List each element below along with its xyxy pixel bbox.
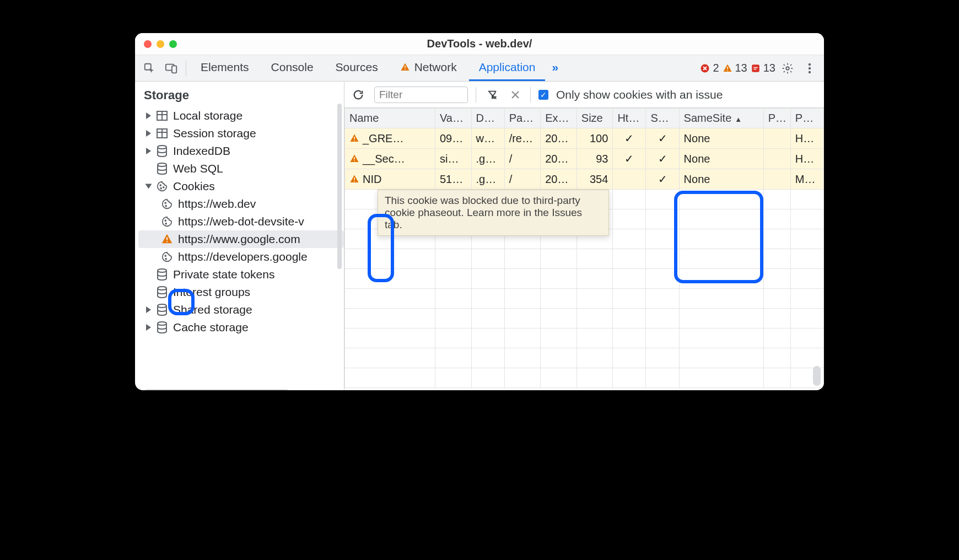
close-window-icon[interactable] [144, 40, 152, 48]
col-path[interactable]: Pa… [504, 109, 541, 128]
warning-icon [349, 174, 359, 184]
empty-row [345, 309, 824, 329]
sidebar-item-local-storage[interactable]: Local storage [138, 107, 344, 125]
tab-label: Elements [201, 61, 249, 74]
svg-rect-36 [354, 177, 355, 180]
settings-icon[interactable] [778, 58, 798, 78]
sidebar-item-shared-storage[interactable]: Shared storage [138, 301, 344, 319]
svg-rect-32 [354, 137, 355, 139]
close-icon[interactable] [508, 85, 522, 105]
tab-label: Network [414, 61, 457, 74]
tab-label: Application [479, 61, 536, 74]
label: Private state tokens [173, 268, 274, 281]
cell-httponly: ✓ [613, 128, 646, 149]
label: https://web.dev [178, 197, 256, 211]
label: Session storage [173, 127, 256, 140]
tab-console[interactable]: Console [261, 55, 324, 81]
sidebar-item-session-storage[interactable]: Session storage [138, 125, 344, 142]
refresh-icon[interactable] [350, 85, 367, 105]
label: IndexedDB [173, 144, 230, 158]
tab-elements[interactable]: Elements [191, 55, 259, 81]
svg-rect-33 [354, 140, 355, 141]
cell-size: 100 [577, 128, 613, 149]
sidebar-item-cookie-origin[interactable]: https://web-dot-devsite-v [138, 213, 344, 230]
sidebar-item-cache-storage[interactable]: Cache storage [138, 319, 344, 336]
sidebar-item-interest-groups[interactable]: Interest groups [138, 283, 344, 301]
col-domain[interactable]: D… [471, 109, 504, 128]
label: https://web-dot-devsite-v [178, 215, 304, 228]
empty-row [345, 269, 824, 289]
sidebar-scrollbar[interactable] [337, 104, 342, 269]
expand-icon [146, 148, 151, 154]
svg-point-29 [158, 287, 166, 290]
sidebar-item-private-state-tokens[interactable]: Private state tokens [138, 266, 344, 283]
sidebar-item-cookie-origin[interactable]: https://developers.google [138, 248, 344, 266]
database-icon [155, 144, 169, 158]
col-expires[interactable]: Ex… [541, 109, 577, 128]
table-row[interactable]: NID51….g…/20…354✓NoneM… [345, 169, 824, 190]
cell-domain: w… [471, 128, 504, 149]
cookie-icon [160, 250, 174, 263]
cell-name: _GRE… [345, 128, 435, 149]
svg-point-18 [160, 188, 161, 189]
expand-icon [146, 130, 151, 137]
svg-rect-6 [727, 67, 728, 69]
svg-rect-37 [354, 181, 355, 182]
col-value[interactable]: Va… [435, 109, 471, 128]
svg-point-9 [786, 67, 789, 70]
minimize-window-icon[interactable] [157, 40, 164, 48]
col-size[interactable]: Size [577, 109, 613, 128]
svg-point-19 [163, 187, 164, 188]
kebab-menu-icon[interactable] [800, 58, 820, 78]
status-counts[interactable]: 2 13 13 [700, 62, 775, 74]
col-name[interactable]: Name [345, 109, 435, 128]
label: https://developers.google [178, 250, 308, 263]
col-httponly[interactable]: Ht… [613, 109, 646, 128]
col-samesite[interactable]: SameSite▲ [679, 109, 763, 128]
maximize-window-icon[interactable] [169, 40, 177, 48]
database-icon [155, 303, 169, 316]
svg-rect-25 [166, 241, 168, 243]
sidebar-item-cookie-origin-selected[interactable]: https://www.google.com [138, 230, 344, 248]
warning-count: 13 [735, 62, 747, 74]
expand-icon [146, 306, 151, 313]
label: Cookies [173, 180, 215, 193]
clear-filter-icon[interactable] [484, 85, 500, 105]
col-secure[interactable]: Se… [646, 109, 679, 128]
tab-network[interactable]: Network [390, 55, 467, 81]
svg-point-20 [165, 202, 166, 203]
sidebar: Storage Local storage Session storage In… [135, 82, 344, 390]
inspect-element-icon[interactable] [139, 58, 159, 78]
main-scrollbar[interactable] [813, 366, 821, 386]
cell-secure: ✓ [646, 149, 679, 169]
database-icon [155, 268, 169, 281]
only-issues-checkbox[interactable]: ✓ [538, 90, 548, 100]
sidebar-heading: Storage [138, 85, 344, 107]
svg-point-27 [165, 259, 166, 260]
cell-size: 354 [577, 169, 613, 190]
cell-partition [763, 128, 790, 149]
svg-point-15 [158, 146, 166, 149]
table-row[interactable]: _GRE…09…w…/re…20…100✓✓NoneH… [345, 128, 824, 149]
svg-point-17 [160, 185, 161, 186]
device-toggle-icon[interactable] [161, 58, 181, 78]
tabs-overflow[interactable]: » [547, 55, 563, 81]
sidebar-item-websql[interactable]: Web SQL [138, 160, 344, 177]
tab-application[interactable]: Application [469, 55, 546, 81]
svg-rect-8 [752, 64, 759, 72]
cell-value: 09… [435, 128, 471, 149]
sidebar-item-indexeddb[interactable]: IndexedDB [138, 142, 344, 160]
col-partition[interactable]: P… [763, 109, 790, 128]
cell-expires: 20… [541, 128, 577, 149]
col-priority[interactable]: P… [790, 109, 823, 128]
more-icon: » [552, 61, 558, 74]
sidebar-item-cookies[interactable]: Cookies [138, 177, 344, 195]
table-row[interactable]: __Sec…si….g…/20…93✓✓NoneH… [345, 149, 824, 169]
sidebar-h-scrollbar[interactable] [145, 389, 288, 390]
empty-row [345, 329, 824, 348]
filter-input[interactable]: Filter [374, 87, 468, 103]
tab-sources[interactable]: Sources [326, 55, 388, 81]
collapse-icon [146, 184, 152, 189]
sidebar-item-cookie-origin[interactable]: https://web.dev [138, 195, 344, 213]
cell-secure: ✓ [646, 169, 679, 190]
